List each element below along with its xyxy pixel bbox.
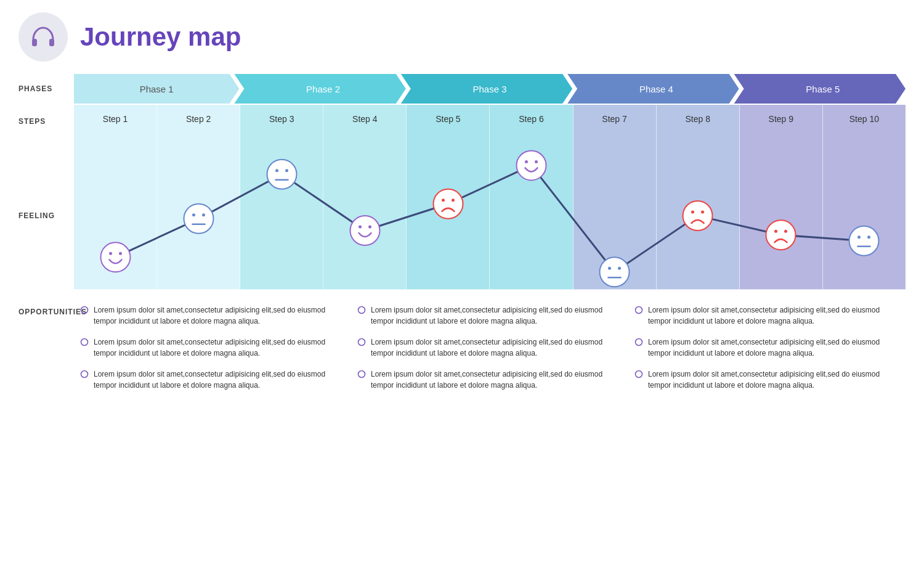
svg-point-11 bbox=[269, 161, 296, 188]
bullet-icon bbox=[357, 306, 366, 314]
step-name-5: Step 5 bbox=[432, 105, 463, 130]
svg-point-48 bbox=[636, 307, 642, 314]
opportunity-text: Lorem ipsum dolor sit amet,consectetur a… bbox=[648, 304, 899, 327]
svg-point-47 bbox=[359, 371, 365, 378]
svg-point-39 bbox=[851, 227, 878, 255]
svg-point-31 bbox=[684, 202, 711, 229]
steps-grid: Step 1Step 2Step 3Step 4Step 5Step 6Step… bbox=[74, 105, 906, 290]
step-name-2: Step 2 bbox=[183, 105, 214, 130]
svg-point-9 bbox=[202, 213, 205, 216]
header: Journey map bbox=[18, 12, 906, 62]
opportunity-text: Lorem ipsum dolor sit amet,consectetur a… bbox=[371, 304, 622, 327]
header-icon-circle bbox=[18, 12, 68, 62]
opportunity-text: Lorem ipsum dolor sit amet,consectetur a… bbox=[648, 337, 899, 359]
svg-point-40 bbox=[857, 235, 861, 239]
opportunity-item: Lorem ipsum dolor sit amet,consectetur a… bbox=[80, 337, 345, 359]
opportunity-group-1: Lorem ipsum dolor sit amet,consectetur a… bbox=[74, 304, 351, 401]
svg-point-25 bbox=[535, 160, 538, 163]
svg-point-50 bbox=[636, 371, 642, 378]
journey-table: PHASES Phase 1Phase 2Phase 3Phase 4Phase… bbox=[18, 74, 906, 401]
phases-container: Phase 1Phase 2Phase 3Phase 4Phase 5 bbox=[74, 74, 906, 104]
opportunities-label: OPPORTUNITIES bbox=[18, 304, 74, 401]
svg-point-21 bbox=[452, 198, 455, 202]
feeling-face-6 bbox=[517, 150, 546, 180]
svg-point-13 bbox=[285, 169, 288, 172]
svg-point-16 bbox=[359, 226, 362, 229]
svg-point-17 bbox=[368, 226, 371, 229]
bullet-icon bbox=[80, 306, 89, 314]
phase-block-5: Phase 5 bbox=[734, 74, 906, 104]
opportunity-text: Lorem ipsum dolor sit amet,consectetur a… bbox=[94, 337, 345, 359]
opportunities-content: Lorem ipsum dolor sit amet,consectetur a… bbox=[74, 304, 906, 401]
bullet-icon bbox=[80, 370, 89, 378]
opportunity-text: Lorem ipsum dolor sit amet,consectetur a… bbox=[371, 337, 622, 359]
feeling-face-2 bbox=[184, 204, 214, 234]
step-name-1: Step 1 bbox=[100, 105, 131, 130]
step-name-6: Step 6 bbox=[516, 105, 546, 130]
opportunity-item: Lorem ipsum dolor sit amet,consectetur a… bbox=[634, 304, 899, 327]
svg-point-15 bbox=[352, 217, 379, 244]
opportunity-text: Lorem ipsum dolor sit amet,consectetur a… bbox=[94, 369, 345, 391]
step-name-9: Step 9 bbox=[766, 105, 796, 130]
step-name-7: Step 7 bbox=[599, 105, 630, 130]
step-name-3: Step 3 bbox=[266, 105, 297, 130]
opportunity-text: Lorem ipsum dolor sit amet,consectetur a… bbox=[648, 369, 899, 391]
bullet-icon bbox=[634, 370, 643, 378]
bullet-icon bbox=[357, 338, 366, 346]
phase-block-1: Phase 1 bbox=[74, 74, 239, 104]
svg-point-8 bbox=[192, 213, 195, 216]
feeling-face-9 bbox=[766, 220, 796, 250]
feeling-face-7 bbox=[600, 257, 630, 287]
feeling-label: FEELING bbox=[18, 142, 74, 290]
phases-label: PHASES bbox=[18, 74, 74, 104]
feeling-face-10 bbox=[849, 226, 879, 256]
svg-point-32 bbox=[691, 211, 694, 214]
opportunity-item: Lorem ipsum dolor sit amet,consectetur a… bbox=[357, 337, 622, 359]
bullet-icon bbox=[634, 338, 643, 346]
opportunity-item: Lorem ipsum dolor sit amet,consectetur a… bbox=[357, 304, 622, 327]
svg-point-23 bbox=[518, 152, 545, 179]
bullet-icon bbox=[357, 370, 366, 378]
svg-point-36 bbox=[774, 230, 777, 233]
feeling-line bbox=[116, 165, 864, 272]
opportunity-item: Lorem ipsum dolor sit amet,consectetur a… bbox=[357, 369, 622, 391]
svg-point-35 bbox=[768, 221, 795, 248]
opportunity-item: Lorem ipsum dolor sit amet,consectetur a… bbox=[80, 304, 345, 327]
svg-point-29 bbox=[618, 267, 621, 270]
step-name-8: Step 8 bbox=[682, 105, 713, 130]
feeling-face-3 bbox=[267, 160, 297, 189]
svg-rect-1 bbox=[49, 39, 54, 46]
svg-point-27 bbox=[601, 258, 628, 285]
bullet-icon bbox=[634, 306, 643, 314]
svg-rect-0 bbox=[32, 39, 37, 46]
svg-point-49 bbox=[636, 339, 642, 346]
svg-point-19 bbox=[435, 190, 462, 218]
phase-block-2: Phase 2 bbox=[234, 74, 405, 104]
steps-label: STEPS bbox=[18, 105, 74, 142]
svg-point-44 bbox=[81, 371, 88, 378]
svg-point-7 bbox=[185, 205, 213, 232]
opportunities-row: OPPORTUNITIES Lorem ipsum dolor sit amet… bbox=[18, 304, 906, 401]
opportunity-item: Lorem ipsum dolor sit amet,consectetur a… bbox=[634, 369, 899, 391]
svg-point-33 bbox=[701, 211, 704, 214]
svg-point-5 bbox=[119, 252, 122, 255]
opportunity-text: Lorem ipsum dolor sit amet,consectetur a… bbox=[94, 304, 345, 327]
svg-point-41 bbox=[867, 235, 870, 239]
step-name-4: Step 4 bbox=[349, 105, 380, 130]
opportunity-group-3: Lorem ipsum dolor sit amet,consectetur a… bbox=[628, 304, 906, 401]
bullet-icon bbox=[80, 338, 89, 346]
svg-point-4 bbox=[109, 252, 112, 255]
opportunity-item: Lorem ipsum dolor sit amet,consectetur a… bbox=[80, 369, 345, 391]
svg-point-37 bbox=[784, 230, 787, 233]
steps-feeling-combined: STEPS FEELING Step 1Step 2Step 3Step 4St… bbox=[18, 105, 906, 290]
svg-point-42 bbox=[81, 307, 88, 314]
svg-point-45 bbox=[359, 307, 365, 314]
opportunity-item: Lorem ipsum dolor sit amet,consectetur a… bbox=[634, 337, 899, 359]
page-title: Journey map bbox=[80, 22, 241, 52]
feeling-face-5 bbox=[434, 189, 463, 219]
feeling-face-4 bbox=[351, 216, 380, 245]
svg-point-28 bbox=[608, 267, 611, 270]
opportunity-text: Lorem ipsum dolor sit amet,consectetur a… bbox=[371, 369, 622, 391]
feeling-face-8 bbox=[683, 201, 713, 231]
svg-point-3 bbox=[102, 243, 129, 271]
